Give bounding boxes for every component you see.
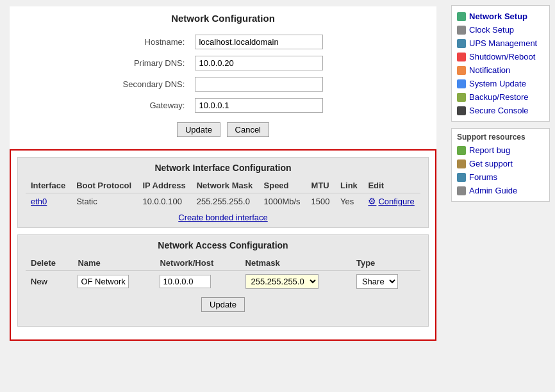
sidebar-item-label: Notification [469, 65, 510, 75]
sidebar-item-label: System Update [469, 79, 526, 88]
hostname-label: Hostname: [118, 31, 190, 53]
gateway-label: Gateway: [118, 95, 190, 116]
col-ip-address: IP Address [137, 178, 191, 193]
interface-link[interactable]: eth0 [31, 197, 47, 206]
support-item-label: Get support [469, 159, 513, 168]
sidebar-item-ups-management[interactable]: UPS Management [457, 37, 544, 50]
create-bonded-link[interactable]: Create bonded interface [178, 213, 267, 222]
clock-icon [457, 26, 466, 35]
support-title: Support resources [457, 133, 544, 142]
system-update-icon [457, 79, 466, 88]
col-network-host: Network/Host [154, 256, 240, 271]
netmask-select[interactable]: 255.255.255.0255.255.0.0255.0.0.0 [245, 274, 319, 289]
table-row: New 255.255.255.0255.255.0.0255.0.0.0 Sh… [26, 271, 420, 293]
bug-icon [457, 146, 466, 155]
sidebar-item-label: Clock Setup [469, 25, 514, 35]
console-icon [457, 106, 466, 115]
sidebar-item-secure-console[interactable]: Secure Console [457, 104, 544, 117]
notification-icon [457, 66, 466, 75]
sidebar-item-label: UPS Management [469, 38, 537, 48]
col-mtu: MTU [306, 178, 336, 193]
network-mask-cell: 255.255.255.0 [192, 193, 259, 209]
col-interface: Interface [26, 178, 71, 193]
name-input[interactable] [78, 275, 129, 288]
access-update-button[interactable]: Update [201, 297, 245, 312]
cancel-button[interactable]: Cancel [227, 122, 269, 137]
interface-config-title: Network Interface Configuration [26, 163, 420, 173]
col-type: Type [351, 256, 420, 271]
secondary-dns-input[interactable] [195, 77, 323, 92]
col-link: Link [335, 178, 363, 193]
configure-link[interactable]: ⚙Configure [368, 196, 414, 206]
gear-icon: ⚙ [368, 196, 376, 206]
boot-protocol-cell: Static [71, 193, 137, 209]
col-edit: Edit [363, 178, 420, 193]
support-item-label: Forums [469, 172, 497, 182]
guide-icon [457, 186, 466, 195]
support-item-admin-guide[interactable]: Admin Guide [457, 184, 544, 197]
network-icon [457, 12, 466, 21]
primary-dns-label: Primary DNS: [118, 53, 190, 74]
link-cell: Yes [335, 193, 363, 209]
sidebar-item-backup/restore[interactable]: Backup/Restore [457, 90, 544, 104]
access-config-title: Network Access Configuration [26, 240, 420, 250]
support-item-report-bug[interactable]: Report bug [457, 143, 544, 157]
col-boot-protocol: Boot Protocol [71, 178, 137, 193]
sidebar-item-notification[interactable]: Notification [457, 63, 544, 77]
col-name: Name [72, 256, 154, 271]
support-item-label: Report bug [469, 145, 510, 155]
ip-address-cell: 10.0.0.100 [137, 193, 191, 209]
update-button[interactable]: Update [177, 122, 220, 137]
support-icon [457, 159, 466, 168]
sidebar-item-system-update[interactable]: System Update [457, 77, 544, 90]
ups-icon [457, 39, 466, 48]
col-speed: Speed [259, 178, 306, 193]
forum-icon [457, 173, 466, 182]
col-delete: Delete [26, 256, 72, 271]
sidebar-item-label: Network Setup [469, 12, 527, 21]
sidebar-item-network-setup[interactable]: Network Setup [457, 10, 544, 23]
sidebar-item-label: Shutdown/Reboot [469, 52, 535, 61]
network-host-input[interactable] [160, 275, 211, 288]
delete-cell: New [26, 271, 72, 293]
shutdown-icon [457, 53, 466, 61]
secondary-dns-label: Secondary DNS: [118, 74, 190, 95]
mtu-cell: 1500 [306, 193, 336, 209]
support-item-forums[interactable]: Forums [457, 170, 544, 184]
gateway-input[interactable] [195, 98, 323, 113]
sidebar-item-clock-setup[interactable]: Clock Setup [457, 23, 544, 37]
support-item-label: Admin Guide [469, 186, 517, 195]
table-row: eth0 Static 10.0.0.100 255.255.255.0 100… [26, 193, 420, 209]
sidebar-item-label: Backup/Restore [469, 92, 529, 102]
sidebar-item-shutdown/reboot[interactable]: Shutdown/Reboot [457, 50, 544, 63]
speed-cell: 1000Mb/s [259, 193, 306, 209]
type-select[interactable]: ShareReadWrite [356, 274, 398, 289]
network-config-title: Network Configuration [19, 13, 427, 24]
backup-icon [457, 93, 466, 102]
col-netmask: Netmask [240, 256, 351, 271]
primary-dns-input[interactable] [195, 56, 323, 70]
col-network-mask: Network Mask [192, 178, 259, 193]
support-item-get-support[interactable]: Get support [457, 157, 544, 170]
hostname-input[interactable] [195, 35, 323, 49]
sidebar-item-label: Secure Console [469, 106, 529, 115]
